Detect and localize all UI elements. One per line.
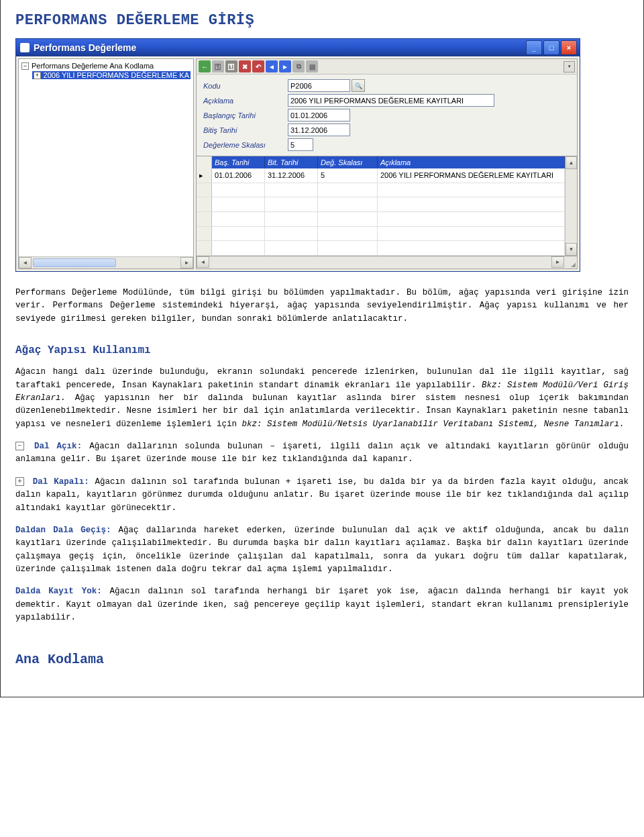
input-skala[interactable] <box>288 138 313 151</box>
plus-icon: + <box>15 477 24 486</box>
form-area: Kodu 🔍 Açıklama Başlangıç Tarihi Bitiş T… <box>196 75 578 156</box>
minus-icon: − <box>15 442 24 450</box>
scroll-thumb[interactable] <box>33 258 116 267</box>
lookup-button[interactable]: 🔍 <box>352 79 365 92</box>
window-title: Performans Değerleme <box>34 42 526 53</box>
scroll-down-icon[interactable]: ▼ <box>566 243 577 256</box>
input-aciklama[interactable] <box>288 94 494 107</box>
label-skala: Değerleme Skalası <box>201 140 288 150</box>
tree-hscroll[interactable]: ◄ ► <box>19 256 193 268</box>
section-title-agac: Ağaç Yapısı Kullanımı <box>15 344 629 356</box>
grid-header-bas[interactable]: Baş. Tarihi <box>212 156 265 168</box>
grid-table[interactable]: Baş. Tarihi Bit. Tarihi Değ. Skalası Açı… <box>197 156 565 256</box>
paragraph-dal-kapali: + Dal Kapalı: Ağacın dalının sol tarafın… <box>15 476 629 515</box>
label-bitis: Bitiş Tarihi <box>201 125 288 136</box>
scroll-left-icon[interactable]: ◄ <box>197 256 209 268</box>
paragraph-intro: Performans Değerleme Modülünde, tüm bilg… <box>15 287 629 326</box>
key-icon[interactable]: ⚿ <box>212 60 224 72</box>
scroll-up-icon[interactable]: ▲ <box>566 156 577 169</box>
input-kodu[interactable] <box>288 79 350 92</box>
scroll-right-icon[interactable]: ► <box>180 257 193 268</box>
grid-rowhandle-header <box>197 156 212 168</box>
cell-skala[interactable]: 5 <box>318 168 378 183</box>
tree-root-label: Performans Değerleme Ana Kodlama <box>32 62 154 70</box>
table-row[interactable]: ▸ 01.01.2006 31.12.2006 5 2006 YILI PERF… <box>197 168 565 183</box>
app-window: Performans Değerleme _ □ × − Performans … <box>15 38 580 272</box>
maximize-button[interactable]: □ <box>543 40 559 55</box>
collapse-icon[interactable]: − <box>21 62 29 70</box>
row-handle[interactable]: ▸ <box>197 168 212 183</box>
copy-icon[interactable]: ⧉ <box>292 60 305 72</box>
tree-item-label: 2006 YILI PERFORMANS DEĞERLEME KA <box>44 71 189 79</box>
paragraph-daldan-dala: Daldan Dala Geçiş: Ağaç dallarında harek… <box>15 524 629 577</box>
section-title-ana-kodlama: Ana Kodlama <box>15 652 629 667</box>
grid-hscroll[interactable]: ◄ ► <box>197 256 564 268</box>
app-icon <box>20 43 30 52</box>
scroll-left-icon[interactable]: ◄ <box>19 257 32 268</box>
grid-header-bit[interactable]: Bit. Tarihi <box>265 156 318 168</box>
label-aciklama: Açıklama <box>201 95 288 106</box>
resize-grip-icon[interactable]: ◢ <box>564 256 577 268</box>
label-dal-kapali: Dal Kapalı: <box>33 477 89 487</box>
back-icon[interactable]: ← <box>199 60 211 72</box>
label-baslangic: Başlangıç Tarihi <box>201 110 288 121</box>
grid-header-aciklama[interactable]: Açıklama <box>378 156 565 168</box>
toolbar: ← ⚿ ⚿ ✖ ↶ ◄ ► ⧉ ▤ ▾ <box>196 58 578 75</box>
scroll-right-icon[interactable]: ► <box>551 256 564 268</box>
table-row[interactable] <box>197 197 565 212</box>
label-daldan-dala: Daldan Dala Geçiş: <box>15 526 111 535</box>
grid-vscroll[interactable]: ▲ ▼ <box>565 156 577 256</box>
grid-area: Baş. Tarihi Bit. Tarihi Değ. Skalası Açı… <box>196 156 578 256</box>
label-kayit-yok: Dalda Kayıt Yok: <box>15 587 102 596</box>
expand-icon[interactable]: + <box>34 72 41 79</box>
cell-bas[interactable]: 01.01.2006 <box>212 168 265 183</box>
grid-header-skala[interactable]: Değ. Skalası <box>318 156 378 168</box>
delete-icon[interactable]: ✖ <box>239 60 251 72</box>
table-row[interactable] <box>197 211 565 226</box>
nav-next-icon[interactable]: ► <box>279 60 291 72</box>
paragraph-kayit-yok: Dalda Kayıt Yok: Ağacın dalının sol tara… <box>15 585 629 624</box>
tree-root[interactable]: − Performans Değerleme Ana Kodlama <box>21 62 191 70</box>
cell-bit[interactable]: 31.12.2006 <box>265 168 318 183</box>
ref-sistem-netsis: bkz: Sistem Modülü/Netsis Uyarlanabilir … <box>242 420 625 429</box>
cancel-icon[interactable]: ↶ <box>252 60 264 72</box>
cell-aciklama[interactable]: 2006 YILI PERFORMANS DEĞERLEME KAYITLARI <box>378 168 565 183</box>
minimize-button[interactable]: _ <box>526 40 542 55</box>
key2-icon[interactable]: ⚿ <box>225 60 237 72</box>
table-row[interactable] <box>197 226 565 241</box>
paragraph-dal-acik: − Dal Açık: Ağacın dallarının solunda bu… <box>15 440 629 466</box>
close-button[interactable]: × <box>561 40 577 55</box>
label-kodu: Kodu <box>201 81 288 91</box>
nav-prev-icon[interactable]: ◄ <box>266 60 278 72</box>
label-dal-acik: Dal Açık: <box>34 442 82 451</box>
paragraph-agac: Ağacın hangi dalı üzerinde bulunduğu, ek… <box>15 366 629 431</box>
doc-title: PERFORMANS DEĞERLEME GİRİŞ <box>15 12 629 29</box>
table-row[interactable] <box>197 183 565 197</box>
table-row[interactable] <box>197 241 565 256</box>
doc-icon[interactable]: ▤ <box>306 60 318 72</box>
tree-panel: − Performans Değerleme Ana Kodlama + 200… <box>18 58 194 269</box>
tree-item-selected[interactable]: + 2006 YILI PERFORMANS DEĞERLEME KA <box>32 71 191 79</box>
input-bitis[interactable] <box>288 124 350 136</box>
toolbar-dropdown-icon[interactable]: ▾ <box>564 61 575 72</box>
titlebar: Performans Değerleme _ □ × <box>16 39 580 56</box>
input-baslangic[interactable] <box>288 109 350 121</box>
